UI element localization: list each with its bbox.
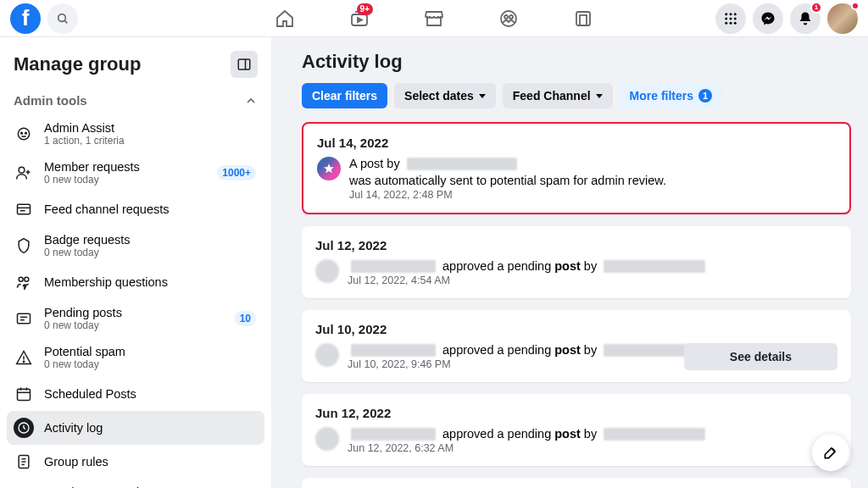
clear-filters-button[interactable]: Clear filters xyxy=(302,83,387,108)
svg-point-16 xyxy=(734,21,737,24)
svg-point-19 xyxy=(18,128,29,139)
facebook-logo[interactable]: f xyxy=(10,3,41,34)
sidebar-item-potential-spam[interactable]: Potential spam0 new today xyxy=(7,338,264,377)
svg-rect-6 xyxy=(576,12,590,25)
home-icon xyxy=(275,8,295,29)
sidebar-item-sub: 1 action, 1 criteria xyxy=(44,135,125,147)
panel-icon xyxy=(236,57,252,72)
section-label: Admin tools xyxy=(14,93,87,108)
activity-timestamp: Jun 12, 2022, 6:32 AM xyxy=(348,442,837,454)
sidebar-item-label: Feed channel requests xyxy=(44,202,170,216)
activity-card: Jul 10, 2022approved a pending post byJu… xyxy=(302,310,851,382)
tab-groups[interactable] xyxy=(475,0,542,37)
chevron-down-icon xyxy=(479,94,486,98)
pending-icon xyxy=(14,308,34,329)
svg-point-22 xyxy=(19,167,25,173)
svg-rect-31 xyxy=(18,313,31,324)
topbar-left: f xyxy=(10,3,78,34)
activity-timestamp: Jul 14, 2022, 2:48 PM xyxy=(349,189,836,201)
watch-badge: 9+ xyxy=(357,3,373,15)
more-filters-label: More filters xyxy=(630,89,693,103)
sidebar-item-scheduled-posts[interactable]: Scheduled Posts xyxy=(7,377,264,411)
svg-point-4 xyxy=(504,15,508,19)
activity-text: A post bywas automatically sent to poten… xyxy=(349,157,836,187)
svg-point-14 xyxy=(725,21,727,24)
tab-marketplace[interactable] xyxy=(400,0,468,37)
sidebar-item-label: Admin Assist xyxy=(44,121,125,135)
svg-rect-17 xyxy=(238,59,250,69)
sidebar-item-activity-log[interactable]: Activity log xyxy=(7,411,264,445)
sidebar-item-label: Activity log xyxy=(44,421,103,435)
redacted-name xyxy=(407,158,517,170)
messenger-button[interactable] xyxy=(753,3,783,34)
rules-icon xyxy=(14,452,34,472)
sidebar-collapse-button[interactable] xyxy=(231,51,258,78)
account-avatar[interactable] xyxy=(827,3,858,34)
svg-point-21 xyxy=(25,132,27,134)
sidebar-item-label: Potential spam xyxy=(44,345,125,358)
sidebar-title: Manage group xyxy=(14,53,141,75)
sidebar-item-badge-requests[interactable]: Badge requests0 new today xyxy=(7,226,264,265)
marketplace-icon xyxy=(424,8,444,29)
person-plus-icon xyxy=(14,163,34,183)
sidebar-item-label: Pending posts xyxy=(44,306,122,319)
activity-card: Jul 12, 2022approved a pending post byJu… xyxy=(302,226,851,298)
svg-point-9 xyxy=(730,13,732,15)
sidebar: Manage group Admin tools Admin Assist1 a… xyxy=(0,37,271,488)
search-button[interactable] xyxy=(47,3,78,34)
svg-text:?: ? xyxy=(23,284,26,290)
more-filters-button[interactable]: More filters 1 xyxy=(620,83,722,108)
sidebar-item-admin-assist[interactable]: Admin Assist1 action, 1 criteria xyxy=(7,114,264,153)
tab-feeds[interactable] xyxy=(549,0,617,37)
compose-button[interactable] xyxy=(812,434,849,471)
svg-line-1 xyxy=(64,20,67,23)
user-avatar xyxy=(315,259,339,283)
chevron-down-icon xyxy=(596,94,603,98)
redacted-name xyxy=(351,428,436,441)
svg-point-3 xyxy=(501,11,516,26)
svg-rect-25 xyxy=(18,204,31,214)
see-details-button[interactable]: See details xyxy=(684,343,837,370)
sidebar-section-admin-tools[interactable]: Admin tools xyxy=(7,86,264,114)
sidebar-item-member-requests[interactable]: Member requests0 new today1000+ xyxy=(7,153,264,192)
svg-point-5 xyxy=(509,15,513,19)
tab-home[interactable] xyxy=(251,0,319,37)
activity-text: approved a pending post by xyxy=(348,427,837,441)
svg-point-35 xyxy=(23,361,24,362)
sidebar-item-group-rules[interactable]: Group rules xyxy=(7,445,264,479)
tab-watch[interactable]: 9+ xyxy=(326,0,393,37)
sidebar-item-label: Membership questions xyxy=(44,275,168,289)
svg-point-12 xyxy=(730,17,732,19)
main-content: Activity log Clear filters Select dates … xyxy=(271,37,868,488)
feed-channel-label: Feed Channel xyxy=(513,89,591,103)
activity-card: Jul 14, 2022A post bywas automatically s… xyxy=(302,122,851,214)
badge-icon xyxy=(14,236,34,256)
notifications-button[interactable]: 1 xyxy=(790,3,821,34)
svg-point-15 xyxy=(730,21,732,24)
activity-card: Jun 10, 2022 xyxy=(302,478,851,488)
feed-channel-button[interactable]: Feed Channel xyxy=(503,83,613,108)
sidebar-item-pending-posts[interactable]: Pending posts0 new today10 xyxy=(7,299,264,338)
svg-point-29 xyxy=(25,277,29,281)
chevron-up-icon xyxy=(244,94,258,108)
menu-button[interactable] xyxy=(715,3,746,34)
robot-icon xyxy=(14,124,34,144)
question-icon: ? xyxy=(14,272,34,292)
activity-timestamp: Jul 12, 2022, 4:54 AM xyxy=(348,274,837,286)
feed-icon xyxy=(14,199,34,219)
sidebar-item-sub: 0 new today xyxy=(44,247,131,258)
activity-card: Jun 12, 2022approved a pending post byJu… xyxy=(302,394,851,466)
clock-icon xyxy=(14,418,34,438)
redacted-name xyxy=(351,260,436,273)
groups-icon xyxy=(498,8,519,29)
sidebar-item-membership-questions[interactable]: ?Membership questions xyxy=(7,265,264,299)
notif-badge: 1 xyxy=(810,2,822,14)
activity-date: Jun 12, 2022 xyxy=(315,406,837,420)
svg-marker-51 xyxy=(324,164,334,173)
sidebar-item-feed-channel-requests[interactable]: Feed channel requests xyxy=(7,192,264,226)
select-dates-button[interactable]: Select dates xyxy=(394,83,496,108)
sidebar-item-member-reported-content[interactable]: Member-reported content0 new today2 xyxy=(7,479,264,488)
avatar-dot xyxy=(851,2,860,10)
select-dates-label: Select dates xyxy=(404,89,474,103)
svg-point-0 xyxy=(58,14,66,21)
